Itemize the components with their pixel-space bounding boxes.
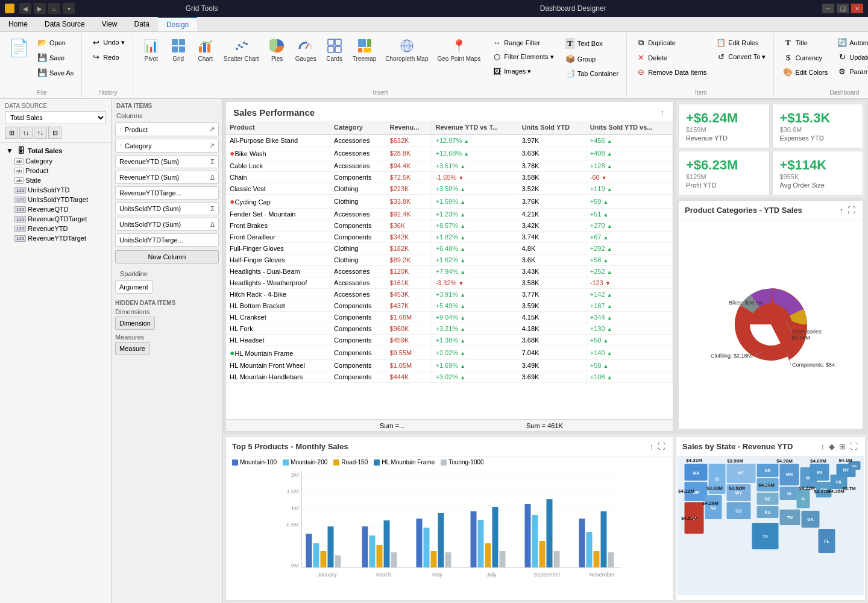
grid-btn[interactable]: Grid xyxy=(165,34,192,66)
cards-btn[interactable]: Cards xyxy=(321,34,348,66)
delete-btn[interactable]: ✕ Delete xyxy=(632,51,711,65)
td-product: ●Bike Wash xyxy=(226,147,330,160)
col-revytd1[interactable]: RevenueYTD (Sum) Σ xyxy=(115,155,219,168)
table-row: Fender Set - Mountain Accessories $92.4K… xyxy=(226,209,673,220)
svg-rect-53 xyxy=(384,520,390,567)
open-btn[interactable]: 📂 Open xyxy=(33,36,78,49)
chart-btn[interactable]: Chart xyxy=(192,34,219,66)
col-category[interactable]: ↑ Category ↗ xyxy=(115,139,219,153)
duplicate-btn[interactable]: ⧉ Duplicate xyxy=(632,36,711,50)
update-btn[interactable]: ↻ Update xyxy=(833,50,868,64)
auto-updates-btn[interactable]: 🔄 Automatic Updates xyxy=(833,36,868,49)
data-items-header: DATA ITEMS xyxy=(112,99,222,110)
col-unitsytdtarget[interactable]: UnitsSoldYTDTarge... xyxy=(115,233,219,247)
tab-design[interactable]: Design xyxy=(158,17,197,31)
group-insert-btn[interactable]: 📦 Group xyxy=(561,52,623,66)
svg-point-7 xyxy=(236,48,238,50)
saveas-btn[interactable]: 💾 Save As xyxy=(33,66,78,80)
tree-item-unitsoldtarget[interactable]: 123 UnitsSoldYTDTarget xyxy=(2,195,108,204)
currency-btn[interactable]: $ Currency xyxy=(779,51,832,65)
filter-elements-btn[interactable]: ⬡ Filter Elements ▾ xyxy=(488,50,558,64)
bar-expand-btn[interactable]: ⛶ xyxy=(656,441,667,452)
map-title: Sales by State - Revenue YTD xyxy=(682,442,793,451)
pivot-btn[interactable]: 📊 Pivot xyxy=(138,34,165,66)
back-btn[interactable]: ◀ xyxy=(19,3,31,14)
convert-to-btn[interactable]: ↺ Convert To ▾ xyxy=(712,50,770,64)
ds-tool4[interactable]: ⊟ xyxy=(48,127,61,139)
kpi-and-chart: +$6.24M $159M Revenue YTD +$15.3K $30.6M… xyxy=(676,101,866,432)
forward-btn[interactable]: ▶ xyxy=(34,3,46,14)
tab-view[interactable]: View xyxy=(93,17,126,31)
col-revytd2[interactable]: RevenueYTD (Sum) Δ xyxy=(115,171,219,184)
tree-item-revenueytd[interactable]: 123 RevenueYTD xyxy=(2,224,108,233)
col-revytdtarget[interactable]: RevenueYTDTarge... xyxy=(115,186,219,200)
pivot-icon: 📊 xyxy=(143,37,160,54)
tab-container-btn[interactable]: 📑 Tab Container xyxy=(561,66,623,80)
pies-btn[interactable]: Pies xyxy=(264,34,291,66)
treemap-btn[interactable]: Treemap xyxy=(348,34,381,66)
svg-text:GA: GA xyxy=(807,517,814,522)
td-revenue: $33.8K xyxy=(386,195,432,209)
tab-datasource[interactable]: Data Source xyxy=(36,17,93,31)
home-btn[interactable]: ⌂ xyxy=(48,3,60,14)
undo-btn[interactable]: ↩ Undo ▾ xyxy=(87,36,128,49)
group-item: ⧉ Duplicate ✕ Delete ⊖ Remove Data Items… xyxy=(628,33,774,97)
table-export-btn[interactable]: ↑ xyxy=(659,107,666,118)
title-btn[interactable]: T Title xyxy=(779,36,832,50)
col-unitsytd2[interactable]: UnitsSoldYTD (Sum) Δ xyxy=(115,218,219,231)
td-revpct: -3.32% ▼ xyxy=(432,277,518,289)
ds-select[interactable]: Total Sales xyxy=(5,111,106,124)
td-category: Accessories xyxy=(330,266,386,277)
map-expand-btn[interactable]: ⛶ xyxy=(849,441,859,452)
tab-home[interactable]: Home xyxy=(0,17,36,31)
tree-item-product[interactable]: ab Product xyxy=(2,166,108,175)
donut-export-btn[interactable]: ↑ xyxy=(838,204,845,216)
td-revenue: $161K xyxy=(386,277,432,289)
measure-btn[interactable]: Measure xyxy=(115,342,149,355)
dimension-btn[interactable]: Dimension xyxy=(115,317,155,330)
ds-tool2[interactable]: ↑↓ xyxy=(19,127,33,139)
parameters-btn[interactable]: ⚙ Parameters xyxy=(833,65,868,78)
tab-data[interactable]: Data xyxy=(126,17,158,31)
close-btn[interactable]: ✕ xyxy=(851,4,863,13)
new-btn[interactable]: 📄 xyxy=(6,36,32,60)
edit-colors-btn[interactable]: 🎨 Edit Colors xyxy=(779,65,832,79)
menu-btn[interactable]: ▾ xyxy=(63,3,75,14)
minimize-btn[interactable]: ─ xyxy=(822,4,834,13)
tree-item-state[interactable]: ab State xyxy=(2,175,108,185)
table-wrapper[interactable]: Product Category Revenu... Revenue YTD v… xyxy=(226,121,673,419)
range-filter-btn[interactable]: ↔ Range Filter xyxy=(488,36,558,49)
map-filter-btn[interactable]: ⊞ xyxy=(838,441,847,452)
edit-rules-btn[interactable]: 📋 Edit Rules xyxy=(712,36,770,49)
scatter-btn[interactable]: Scatter Chart xyxy=(219,34,263,66)
new-column-btn[interactable]: New Column xyxy=(115,250,219,264)
bar-export-btn[interactable]: ↑ xyxy=(649,441,655,452)
donut-expand-btn[interactable]: ⛶ xyxy=(846,204,857,216)
trend-up-icon: ▲ xyxy=(607,163,612,169)
tree-item-revenueqtdtarget[interactable]: 123 RevenueQTDTarget xyxy=(2,214,108,224)
textbox-btn[interactable]: T Text Box xyxy=(561,36,623,51)
legend-label-mountain200: Mountain-200 xyxy=(291,459,327,466)
save-btn[interactable]: 💾 Save xyxy=(33,51,78,65)
argument-btn[interactable]: Argument xyxy=(115,280,153,294)
geopoint-btn[interactable]: 📍 Geo Point Maps xyxy=(433,34,485,66)
tree-item-revenueqtd[interactable]: 123 RevenueQTD xyxy=(2,204,108,214)
remove-data-btn[interactable]: ⊖ Remove Data Items xyxy=(632,65,711,79)
redo-btn[interactable]: ↪ Redo xyxy=(87,50,128,64)
restore-btn[interactable]: ❑ xyxy=(837,4,849,13)
tree-item-category[interactable]: ab Category xyxy=(2,156,108,166)
ds-tool1[interactable]: ⊞ xyxy=(5,127,18,139)
gauges-btn[interactable]: Gauges xyxy=(291,34,321,66)
tree-root[interactable]: ▼ 🗄 Total Sales xyxy=(2,145,108,156)
images-btn[interactable]: 🖼 Images ▾ xyxy=(488,65,558,78)
legend-mountain100: Mountain-100 xyxy=(232,459,277,466)
ds-tool3[interactable]: ↑↓ xyxy=(34,127,47,139)
map-diamond-btn[interactable]: ◆ xyxy=(828,441,836,452)
geopoint-icon: 📍 xyxy=(450,37,467,54)
map-export-btn[interactable]: ↑ xyxy=(820,441,826,452)
choropleth-btn[interactable]: Choropleth Map xyxy=(381,34,432,66)
tree-item-revenueytdtarget[interactable]: 123 RevenueYTDTarget xyxy=(2,233,108,243)
col-product[interactable]: ↑ Product ↗ xyxy=(115,122,219,136)
tree-item-unitsoldytd[interactable]: 123 UnitsSoldYTD xyxy=(2,185,108,195)
col-unitsytd1[interactable]: UnitsSoldYTD (Sum) Σ xyxy=(115,202,219,215)
